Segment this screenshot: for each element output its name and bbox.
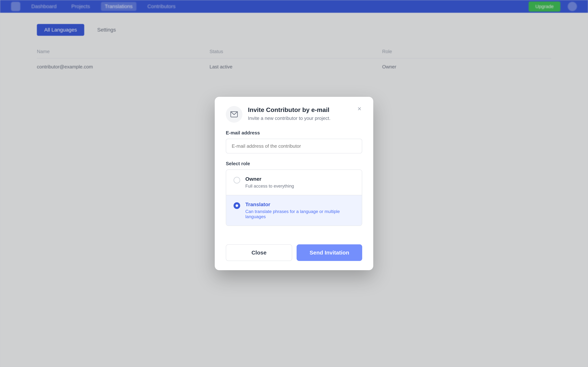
modal-close-x-button[interactable]: × [355,104,364,113]
modal-body: E-mail address Select role Owner Full ac… [215,130,373,244]
role-translator-text: Translator Can translate phrases for a l… [245,201,354,219]
close-x-icon: × [357,105,361,113]
send-invitation-button[interactable]: Send Invitation [297,244,362,261]
role-owner-desc: Full access to everything [245,184,294,189]
modal-header: Invite Contributor by e-mail Invite a ne… [215,97,373,130]
modal-overlay: Invite Contributor by e-mail Invite a ne… [0,0,588,367]
select-role-label: Select role [226,161,362,167]
role-option-owner[interactable]: Owner Full access to everything [226,170,362,195]
role-option-translator[interactable]: Translator Can translate phrases for a l… [226,195,362,225]
radio-translator [234,202,240,209]
role-owner-name: Owner [245,176,294,182]
role-translator-name: Translator [245,201,354,208]
modal-footer: Close Send Invitation [215,244,373,270]
role-owner-text: Owner Full access to everything [245,176,294,189]
invite-modal: Invite Contributor by e-mail Invite a ne… [215,97,373,270]
modal-title-area: Invite Contributor by e-mail Invite a ne… [248,106,330,121]
email-label: E-mail address [226,130,362,136]
email-icon [230,110,238,118]
close-button[interactable]: Close [226,244,292,261]
modal-title: Invite Contributor by e-mail [248,106,330,114]
role-translator-desc: Can translate phrases for a language or … [245,209,354,219]
modal-icon-container [226,106,242,123]
role-options-group: Owner Full access to everything Translat… [226,169,362,226]
modal-subtitle: Invite a new contributor to your project… [248,116,330,121]
radio-owner [234,177,240,184]
email-input[interactable] [226,139,362,153]
